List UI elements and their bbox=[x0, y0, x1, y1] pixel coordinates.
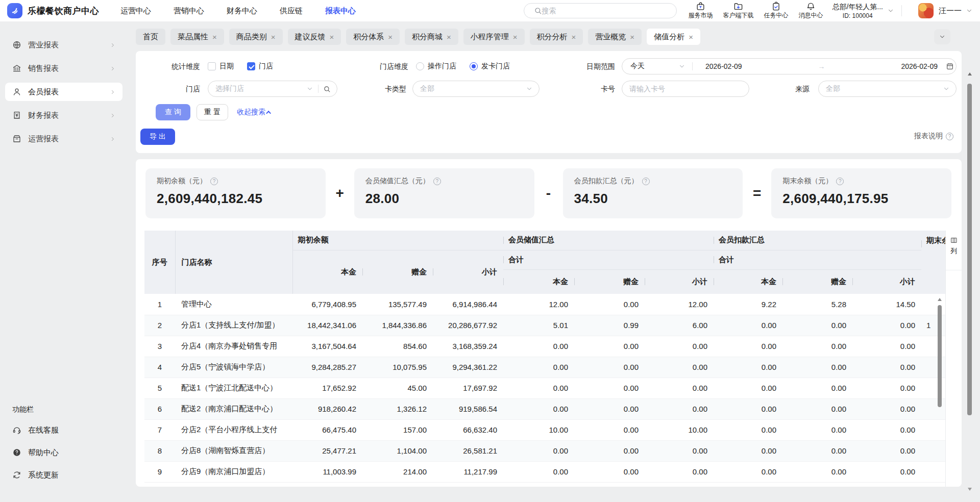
query-button[interactable]: 查 询 bbox=[156, 104, 190, 120]
question-circle-icon[interactable]: ? bbox=[642, 178, 650, 185]
value-cell: 0.00 bbox=[645, 378, 714, 398]
quick-client-download[interactable]: 客户端下载 bbox=[723, 2, 753, 20]
sidebar-item-sales-reports[interactable]: 销售报表 bbox=[5, 59, 122, 78]
value-cell: 12.00 bbox=[645, 294, 714, 315]
task-icon bbox=[771, 2, 781, 11]
tab-item[interactable]: 菜品属性× bbox=[170, 29, 224, 45]
tab-item[interactable]: 营业概览× bbox=[588, 29, 642, 45]
table-row: 3分店4（南京办事处销售专用3,167,504.64854.603,168,35… bbox=[144, 336, 945, 357]
summary-label-row: 期初余额（元）? bbox=[157, 177, 326, 186]
quick-message-center[interactable]: 消息中心 bbox=[798, 2, 823, 20]
operate-store-radio[interactable] bbox=[416, 62, 424, 70]
tab-item[interactable]: 商品类别× bbox=[229, 29, 283, 45]
value-cell: 9,284,285.27 bbox=[292, 357, 362, 378]
close-icon[interactable]: × bbox=[689, 33, 693, 41]
search-input[interactable] bbox=[524, 3, 677, 18]
user-menu[interactable]: 汪一一 bbox=[918, 3, 973, 18]
value-cell: 45.00 bbox=[362, 378, 433, 398]
subcol-header: 赠金 bbox=[782, 269, 852, 294]
nav-report-center[interactable]: 报表中心 bbox=[325, 6, 356, 16]
collapse-search-link[interactable]: 收起搜索 bbox=[237, 104, 271, 120]
tab-item[interactable]: 首页 bbox=[136, 29, 165, 45]
nav-supply-chain[interactable]: 供应链 bbox=[280, 6, 303, 16]
tab-item[interactable]: 积分商城× bbox=[405, 29, 458, 45]
close-icon[interactable]: × bbox=[212, 33, 217, 41]
question-circle-icon[interactable]: ? bbox=[836, 178, 844, 185]
question-circle-icon: ? bbox=[946, 133, 953, 140]
sidebar-tool-online-service[interactable]: 在线客服 bbox=[5, 422, 122, 438]
table-scrollbar-thumb[interactable] bbox=[938, 305, 942, 407]
tab-label: 积分体系 bbox=[353, 32, 384, 42]
store-checkbox[interactable] bbox=[247, 62, 255, 70]
close-icon[interactable]: × bbox=[388, 33, 393, 41]
sidebar-item-operation-reports[interactable]: 运营报表 bbox=[5, 130, 122, 148]
store-checkbox-label[interactable]: 门店 bbox=[259, 62, 273, 71]
card-no-input[interactable] bbox=[622, 81, 749, 97]
summary-card: 会员扣款汇总（元）?34.50 bbox=[563, 168, 743, 218]
sidebar-section-label: 功能栏 bbox=[0, 405, 128, 414]
nav-marketing-center[interactable]: 营销中心 bbox=[174, 6, 204, 16]
issue-store-radio-label[interactable]: 发卡门店 bbox=[481, 62, 510, 71]
scroll-up-icon[interactable] bbox=[938, 298, 942, 301]
scroll-down-icon[interactable] bbox=[968, 488, 972, 491]
card-type-value: 全部 bbox=[420, 84, 434, 93]
close-icon[interactable]: × bbox=[630, 33, 634, 41]
card-type-select[interactable]: 全部 bbox=[412, 81, 540, 97]
tab-overflow-button[interactable] bbox=[934, 29, 950, 44]
question-circle-icon[interactable]: ? bbox=[210, 178, 218, 185]
operate-store-radio-label[interactable]: 操作门店 bbox=[428, 62, 456, 71]
column-settings-strip: 列 bbox=[945, 231, 962, 487]
reset-button[interactable]: 重 置 bbox=[197, 104, 228, 120]
download-icon bbox=[733, 2, 743, 11]
date-checkbox-label[interactable]: 日期 bbox=[219, 62, 234, 71]
issue-store-radio[interactable] bbox=[470, 62, 478, 70]
column-settings-button[interactable]: 列 bbox=[946, 231, 962, 270]
end-date-value[interactable]: 2026-02-09 bbox=[901, 62, 938, 70]
table-row: 8分店8（湖南智烁直营店）25,477.211,104.0026,581.210… bbox=[144, 440, 945, 461]
date-preset-select[interactable]: 今天 bbox=[622, 62, 688, 71]
date-range-control[interactable]: 今天 2026-02-09 → 2026-02-09 bbox=[622, 58, 957, 74]
tab-item[interactable]: 积分体系× bbox=[346, 29, 400, 45]
quick-action-label: 消息中心 bbox=[798, 11, 823, 20]
close-icon[interactable]: × bbox=[271, 33, 276, 41]
global-search bbox=[524, 3, 677, 18]
sidebar-item-finance-reports[interactable]: 财务报表 bbox=[5, 106, 122, 124]
report-table-zone: 序号 门店名称 期初余额 会员储值汇总 会员扣款汇总 期末余额 本金 赠金 小计… bbox=[144, 231, 945, 483]
nav-operation-center[interactable]: 运营中心 bbox=[120, 6, 151, 16]
store-select[interactable]: 选择门店 bbox=[208, 81, 337, 97]
quick-service-market[interactable]: 服务市场 bbox=[688, 2, 713, 20]
sidebar-item-business-reports[interactable]: 营业报表 bbox=[5, 36, 122, 54]
value-cell: 0.00 bbox=[574, 336, 645, 357]
org-selector[interactable]: 总部/年轻人第... ID: 100004 bbox=[832, 3, 894, 19]
nav-finance-center[interactable]: 财务中心 bbox=[227, 6, 257, 16]
source-select[interactable]: 全部 bbox=[818, 81, 957, 97]
question-circle-icon[interactable]: ? bbox=[433, 178, 441, 185]
close-icon[interactable]: × bbox=[447, 33, 451, 41]
calendar-icon bbox=[946, 62, 954, 70]
start-date-value[interactable]: 2026-02-09 bbox=[705, 62, 742, 70]
report-help-link[interactable]: 报表说明 ? bbox=[914, 132, 953, 141]
value-cell: 0.00 bbox=[782, 336, 852, 357]
scroll-up-icon[interactable] bbox=[968, 72, 972, 76]
close-icon[interactable]: × bbox=[513, 33, 518, 41]
close-icon[interactable]: × bbox=[330, 33, 334, 41]
collapse-search-label: 收起搜索 bbox=[237, 108, 265, 117]
tab-item[interactable]: 小程序管理× bbox=[463, 29, 525, 45]
subcol-header: 赠金 bbox=[574, 269, 645, 294]
tab-item[interactable]: 积分分析× bbox=[530, 29, 583, 45]
export-button[interactable]: 导 出 bbox=[140, 129, 175, 145]
tab-item[interactable]: 储值分析× bbox=[647, 29, 700, 45]
search-icon[interactable] bbox=[323, 85, 331, 93]
sidebar-item-member-reports[interactable]: 会员报表 bbox=[5, 83, 122, 101]
sidebar-tool-system-update[interactable]: 系统更新 bbox=[5, 467, 122, 483]
brand-title: 乐檬餐饮商户中心 bbox=[28, 5, 99, 17]
quick-task-center[interactable]: 任务中心 bbox=[764, 2, 788, 20]
page-scrollbar-thumb[interactable] bbox=[967, 84, 972, 415]
date-checkbox[interactable] bbox=[208, 62, 216, 70]
value-cell: 6.00 bbox=[645, 315, 714, 336]
group-opening-balance: 期初余额 bbox=[292, 231, 503, 250]
close-icon[interactable]: × bbox=[572, 33, 576, 41]
tab-item[interactable]: 建议反馈× bbox=[288, 29, 341, 45]
sidebar-tool-help-center[interactable]: 帮助中心 bbox=[5, 445, 122, 460]
chevron-right-icon bbox=[110, 113, 115, 118]
